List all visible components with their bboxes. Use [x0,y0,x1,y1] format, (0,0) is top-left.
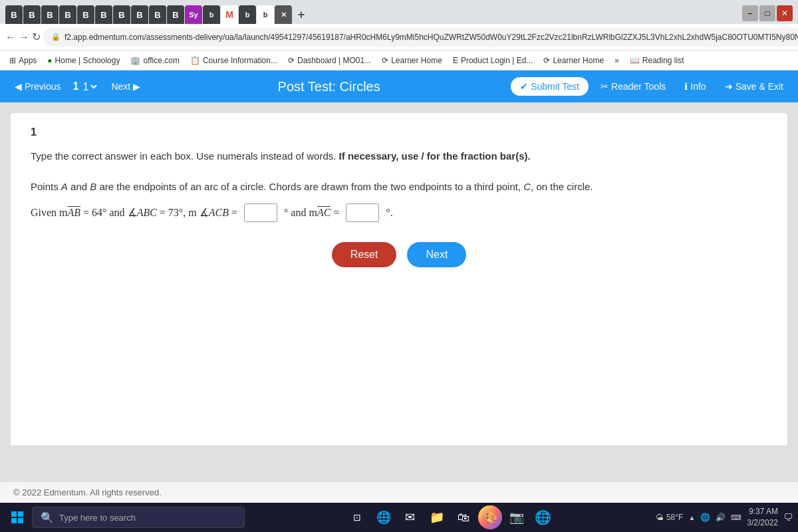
degree-separator: ° and mAC = [281,203,342,223]
address-text: f2.app.edmentum.com/assessments-delivery… [65,33,798,42]
test-title: Post Test: Circles [152,79,505,94]
info-button[interactable]: ℹ Info [678,77,712,96]
bookmarks-dashboard[interactable]: ⟳ Dashboard | MO01... [284,55,375,66]
previous-button[interactable]: ◀ Previous [8,77,67,96]
browser-tab-sy[interactable]: Sy [185,5,202,24]
submit-test-button[interactable]: ✔ Submit Test [511,77,589,96]
bookmarks-apps[interactable]: ⊞ Apps [5,55,41,66]
taskbar-search[interactable]: 🔍 Type here to search [32,507,245,528]
taskbar-camera-icon[interactable]: 📷 [505,505,529,529]
weather-display: 🌤 58°F [656,513,683,522]
question-instruction: Type the correct answer in each box. Use… [31,149,767,164]
checkmark-icon: ✔ [520,81,528,92]
browser-tab[interactable]: B [131,5,148,24]
taskbar-keyboard-icon[interactable]: ⌨ [731,513,741,522]
previous-icon: ◀ [15,81,22,92]
browser-tab-gmail[interactable]: M [221,5,238,24]
forward-button[interactable]: → [19,28,29,47]
browser-tab[interactable]: B [41,5,59,24]
question-number-display: 1 1 [72,80,99,93]
taskbar-clock[interactable]: 9:37 AM 3/2/2022 [747,506,778,529]
browser-tab[interactable]: B [149,5,166,24]
temperature: 58°F [666,513,683,522]
bookmarks-product-login[interactable]: E Product Login | Ed... [449,55,537,66]
task-view-button[interactable]: ⊡ [345,505,369,529]
taskbar-network-icon[interactable]: 🌐 [700,513,710,522]
bookmarks-bar: ⊞ Apps ● Home | Schoology 🏢 office.com 📋… [0,51,798,70]
svg-rect-1 [18,511,23,517]
next-icon: ▶ [133,81,140,92]
office-icon: 🏢 [130,56,140,65]
taskbar-chrome-icon[interactable]: 🌐 [531,505,555,529]
answer-input-acb[interactable] [244,203,277,222]
bookmarks-learner-home-1[interactable]: ⟳ Learner Home [378,55,446,66]
reload-button[interactable]: ↻ [32,28,41,47]
reset-button[interactable]: Reset [332,242,397,267]
learner-home-icon-2: ⟳ [543,56,550,65]
notifications-icon[interactable]: 🗨 [783,512,793,523]
browser-tab[interactable]: B [95,5,112,24]
svg-rect-3 [18,518,23,523]
back-button[interactable]: ← [5,28,16,47]
course-icon: 📋 [190,56,200,65]
answer-row: Given mAB = 64° and ∡ABC = 73°, m ∡ACB =… [31,203,767,223]
exit-icon: ➜ [725,81,733,92]
taskbar-right: 🌤 58°F ▲ 🌐 🔊 ⌨ 9:37 AM 3/2/2022 🗨 [656,506,793,529]
page-footer: © 2022 Edmentum. All rights reserved. [0,481,798,503]
address-bar[interactable]: 🔒 f2.app.edmentum.com/assessments-delive… [43,28,798,47]
browser-nav: ← → ↻ 🔒 f2.app.edmentum.com/assessments-… [0,24,798,51]
bookmarks-learner-home-2[interactable]: ⟳ Learner Home [539,55,608,66]
browser-tab-active[interactable]: b [257,5,274,24]
minimize-button[interactable]: – [742,5,758,21]
answer-input-mac[interactable] [346,203,379,222]
taskbar-store-icon[interactable]: 🛍 [452,505,475,529]
bookmarks-more[interactable]: » [610,55,623,66]
taskbar-folder-icon[interactable]: 📁 [425,505,449,529]
new-tab-button[interactable]: + [293,5,310,24]
search-placeholder: Type here to search [59,513,136,523]
weather-icon: 🌤 [656,513,664,522]
reading-list-icon: 📖 [630,56,640,65]
reader-tools-button[interactable]: ✂ Reader Tools [594,77,672,96]
question-text: Points A and B are the endpoints of an a… [31,178,767,223]
taskbar-up-arrow[interactable]: ▲ [688,514,695,521]
next-button-main[interactable]: Next [407,242,466,267]
browser-tab[interactable]: b [203,5,220,24]
scissors-icon: ✂ [600,81,608,92]
taskbar-paint-icon[interactable]: 🎨 [478,505,502,529]
close-tab-button[interactable]: ✕ [275,5,292,24]
bookmarks-office[interactable]: 🏢 office.com [126,55,183,66]
bookmarks-course[interactable]: 📋 Course Information... [186,55,281,66]
given-text: Given mAB = 64° and ∡ABC = 73°, m ∡ACB = [31,203,240,223]
close-window-button[interactable]: ✕ [777,5,793,21]
next-button-toolbar[interactable]: Next ▶ [104,77,147,96]
taskbar-edge-icon[interactable]: 🌐 [372,505,396,529]
main-content: 1 Type the correct answer in each box. U… [0,102,798,481]
save-exit-button[interactable]: ➜ Save & Exit [718,77,790,96]
browser-tab[interactable]: B [167,5,184,24]
browser-tab[interactable]: B [59,5,76,24]
taskbar: 🔍 Type here to search ⊡ 🌐 ✉ 📁 🛍 🎨 📷 🌐 🌤 … [0,503,798,532]
time-display: 9:37 AM [747,506,778,517]
copyright-text: © 2022 Edmentum. All rights reserved. [13,487,162,497]
bookmarks-reading-list[interactable]: 📖 Reading list [626,55,688,66]
action-buttons: Reset Next [31,242,767,267]
info-icon: ℹ [684,81,688,92]
start-button[interactable] [5,505,29,529]
browser-tabs: B B B B B B B B B B Sy b M b b ✕ + – □ ✕ [0,0,798,24]
taskbar-icons: ⊡ 🌐 ✉ 📁 🛍 🎨 📷 🌐 [247,505,653,529]
degree-end: °. [383,203,392,223]
browser-tab[interactable]: B [77,5,94,24]
maximize-button[interactable]: □ [759,5,775,21]
browser-tab[interactable]: B [5,5,23,24]
browser-tab[interactable]: B [23,5,41,24]
bookmarks-schoology[interactable]: ● Home | Schoology [43,55,124,66]
browser-tab[interactable]: b [239,5,256,24]
taskbar-mail-icon[interactable]: ✉ [398,505,422,529]
browser-tab[interactable]: B [113,5,130,24]
date-display: 3/2/2022 [747,517,778,529]
svg-rect-2 [11,518,17,523]
question-dropdown[interactable]: 1 [80,80,99,93]
taskbar-sound-icon[interactable]: 🔊 [716,513,726,522]
dashboard-icon: ⟳ [288,56,295,65]
